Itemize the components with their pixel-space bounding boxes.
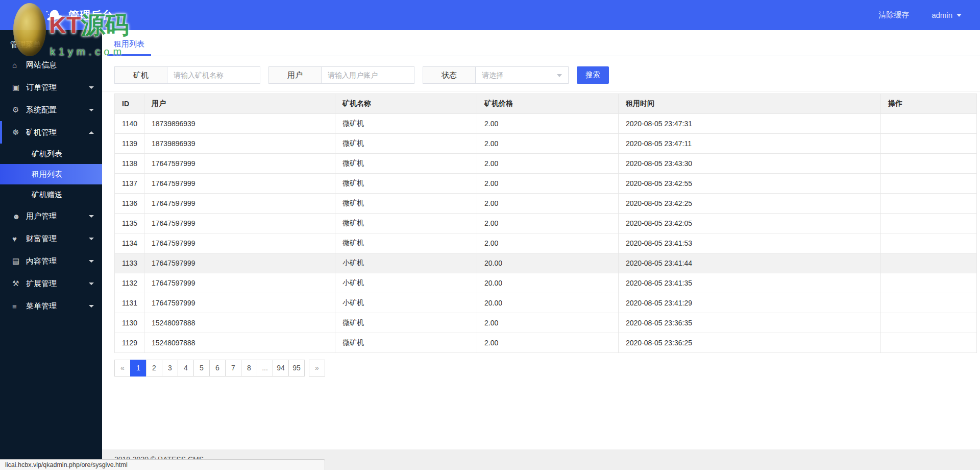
status-select[interactable]: 请选择: [476, 66, 569, 84]
user-account-input[interactable]: [322, 66, 414, 84]
table-cell: 2.00: [477, 333, 619, 353]
table-cell: 17647597999: [144, 273, 335, 293]
sidebar-item-content[interactable]: ▤内容管理: [0, 250, 102, 272]
table-cell: [881, 134, 977, 154]
sidebar-item-label: 订单管理: [26, 83, 57, 92]
table-cell: 1131: [115, 293, 144, 313]
sidebar-item-orders[interactable]: ▣订单管理: [0, 76, 102, 99]
table-cell: 20.00: [477, 273, 619, 293]
table-cell: 微矿机: [335, 233, 477, 253]
table-cell: 1130: [115, 313, 144, 333]
table-row: 112915248097888微矿机2.002020-08-05 23:36:2…: [115, 333, 977, 353]
table-cell: 15248097888: [144, 313, 335, 333]
status-filter-group: 状态 请选择: [423, 66, 569, 84]
username: admin: [932, 11, 952, 19]
table-cell: 2020-08-05 23:47:31: [619, 114, 881, 134]
user-menu[interactable]: admin: [932, 11, 962, 19]
tab-rental-list[interactable]: 租用列表: [107, 36, 151, 56]
top-header: 管理后台 清除缓存 admin: [0, 0, 980, 30]
sidebar-item-label: 扩展管理: [26, 279, 57, 289]
app-logo: 管理后台: [0, 8, 113, 23]
sidebar-item-label: 内容管理: [26, 256, 57, 266]
table-cell: 2.00: [477, 114, 619, 134]
table-cell: 2.00: [477, 194, 619, 214]
sidebar-subitem-mining-list[interactable]: 矿机列表: [0, 144, 102, 164]
app-title: 管理后台: [68, 8, 113, 22]
page-button-1[interactable]: 1: [130, 360, 146, 377]
table-cell: 2020-08-05 23:36:25: [619, 333, 881, 353]
status-filter-label: 状态: [423, 66, 476, 84]
table-cell: [881, 313, 977, 333]
table-header-row: ID用户矿机名称矿机价格租用时间操作: [115, 94, 977, 114]
page-button-94[interactable]: 94: [273, 360, 289, 377]
table-cell: 2.00: [477, 174, 619, 194]
sidebar-subitem-mining-gift[interactable]: 矿机赠送: [0, 184, 102, 205]
table-cell: 1134: [115, 233, 144, 253]
page-button-8[interactable]: 8: [241, 360, 257, 377]
sidebar-item-users[interactable]: ☻用户管理: [0, 205, 102, 227]
page-button-7[interactable]: 7: [225, 360, 241, 377]
table-body: 114018739896939微矿机2.002020-08-05 23:47:3…: [115, 114, 977, 353]
table-cell: 微矿机: [335, 154, 477, 174]
column-header: 租用时间: [619, 94, 881, 114]
table-row: 113717647597999微矿机2.002020-08-05 23:42:5…: [115, 174, 977, 194]
page-button-4[interactable]: 4: [178, 360, 194, 377]
table-cell: 小矿机: [335, 273, 477, 293]
table-row: 113117647597999小矿机20.002020-08-05 23:41:…: [115, 293, 977, 313]
table-cell: 20.00: [477, 293, 619, 313]
page-next-button[interactable]: »: [309, 360, 325, 377]
sidebar-item-extension[interactable]: ⚒扩展管理: [0, 272, 102, 295]
column-header: 矿机价格: [477, 94, 619, 114]
sidebar-item-site-info[interactable]: ⌂网站信息: [0, 54, 102, 76]
miner-name-input[interactable]: [167, 66, 260, 84]
chevron-down-icon: [89, 283, 94, 285]
table-cell: 17647597999: [144, 253, 335, 273]
select-arrow-icon: [557, 74, 562, 77]
sidebar-item-mining[interactable]: ☸矿机管理: [0, 121, 102, 144]
clear-cache-button[interactable]: 清除缓存: [878, 10, 909, 20]
table-cell: 微矿机: [335, 214, 477, 233]
sidebar-subitem-rental-list[interactable]: 租用列表: [0, 164, 102, 184]
document-icon: ▤: [12, 256, 26, 266]
search-button[interactable]: 搜索: [577, 66, 609, 84]
column-header: ID: [115, 94, 144, 114]
table-row: 113918739896939微矿机2.002020-08-05 23:47:1…: [115, 134, 977, 154]
page-button-95[interactable]: 95: [288, 360, 305, 377]
chevron-down-icon: [89, 109, 94, 111]
table-cell: 微矿机: [335, 174, 477, 194]
table-cell: 17647597999: [144, 233, 335, 253]
page-button-2[interactable]: 2: [146, 360, 162, 377]
hat-logo-icon: [45, 8, 63, 23]
tab-label: 租用列表: [114, 39, 144, 48]
page-button-3[interactable]: 3: [162, 360, 178, 377]
sidebar-item-menus[interactable]: ≡菜单管理: [0, 295, 102, 317]
table-cell: 1135: [115, 214, 144, 233]
tab-bar: 租用列表: [102, 30, 980, 56]
table-cell: 17647597999: [144, 174, 335, 194]
table-cell: 2020-08-05 23:43:30: [619, 154, 881, 174]
table-header: ID用户矿机名称矿机价格租用时间操作: [115, 94, 977, 114]
table-row: 113015248097888微矿机2.002020-08-05 23:36:3…: [115, 313, 977, 333]
main-content: 租用列表 矿机 用户 状态 请选择 搜索 ID用户矿机名称矿机价格租用时间操作 …: [102, 30, 980, 377]
table-row: 113617647597999微矿机2.002020-08-05 23:42:2…: [115, 194, 977, 214]
table-cell: 2.00: [477, 154, 619, 174]
pagination: «12345678...9495»: [114, 360, 980, 377]
table-cell: 小矿机: [335, 253, 477, 273]
page-prev-button[interactable]: «: [114, 360, 131, 377]
sidebar-item-system-config[interactable]: ⚙系统配置: [0, 99, 102, 121]
table-cell: 2020-08-05 23:42:25: [619, 194, 881, 214]
table-row: 114018739896939微矿机2.002020-08-05 23:47:3…: [115, 114, 977, 134]
table-cell: [881, 293, 977, 313]
table-cell: 微矿机: [335, 333, 477, 353]
sidebar-item-wealth[interactable]: ♥财富管理: [0, 227, 102, 250]
page-button-6[interactable]: 6: [209, 360, 226, 377]
page-button-5[interactable]: 5: [193, 360, 210, 377]
table-cell: 微矿机: [335, 194, 477, 214]
sidebar-title: 管理菜单: [0, 30, 102, 54]
miner-filter-group: 矿机: [114, 66, 260, 84]
sidebar-item-label: 矿机管理: [26, 128, 57, 137]
miner-filter-label: 矿机: [114, 66, 167, 84]
table-cell: 1129: [115, 333, 144, 353]
table-cell: 微矿机: [335, 114, 477, 134]
page-ellipsis: ...: [257, 360, 273, 377]
